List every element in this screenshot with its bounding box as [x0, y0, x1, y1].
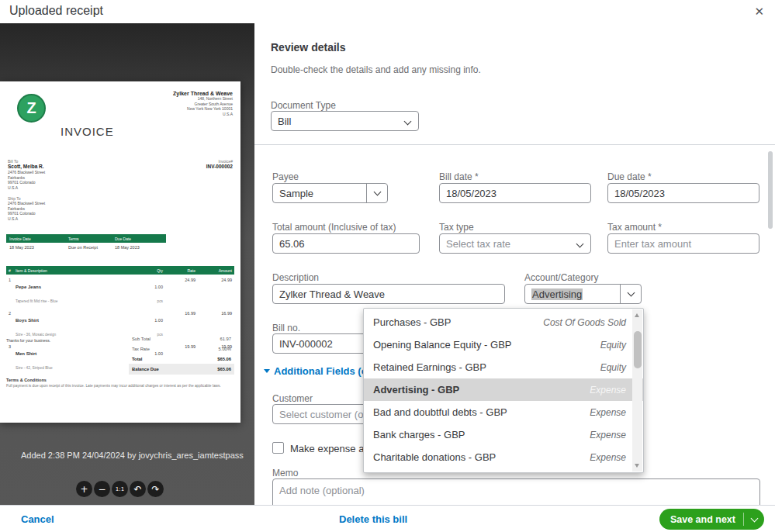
invoice-number-value: INV-000002 — [206, 164, 233, 170]
panel-subheading: Double-check the details and add any mis… — [271, 64, 481, 75]
invoice-totals: Sub Total 61.97 Tax Rate 5.00% Total $65… — [129, 333, 234, 375]
terms-text: Full payment is due upon receipt of this… — [6, 384, 228, 389]
document-type-select[interactable]: Bill — [271, 111, 419, 131]
total-row: Sub Total 61.97 — [129, 333, 234, 344]
ship-to-line: U.S.A — [8, 216, 45, 222]
due-date-input[interactable]: 18/05/2023 — [607, 183, 759, 203]
payee-select[interactable]: Sample — [272, 183, 388, 203]
tax-amount-input[interactable]: Enter tax amount — [607, 233, 759, 254]
company-address-line: U.S.A — [173, 112, 233, 117]
modal-header: Uploaded receipt ✕ — [0, 0, 775, 23]
balance-due-row: Balance Due $65.06 — [129, 364, 234, 375]
cancel-link[interactable]: Cancel — [21, 513, 54, 525]
invoice-terms: Terms & Conditions Full payment is due u… — [6, 378, 228, 389]
bill-no-label: Bill no. — [272, 323, 300, 333]
logo-letter: Z — [26, 99, 36, 117]
account-dropdown-button[interactable] — [620, 285, 641, 303]
bill-date-input[interactable]: 18/05/2023 — [439, 183, 591, 203]
items-header: Item & Description — [16, 268, 140, 273]
modal-footer: Cancel Delete this bill Save and next — [0, 505, 775, 532]
bill-to-name: Scott, Melba R. — [8, 164, 45, 170]
ship-to-line: 2476 Blackwell Street — [8, 201, 45, 206]
total-amount-input[interactable]: 65.06 — [272, 233, 420, 254]
chevron-down-icon — [404, 118, 412, 126]
invoice-number-block: Invoice# INV-000002 — [206, 159, 233, 170]
chevron-down-icon — [373, 188, 381, 196]
section-divider — [254, 144, 775, 145]
tax-amount-label: Tax amount * — [607, 222, 662, 233]
panel-heading: Review details — [271, 41, 346, 54]
description-label: Description — [272, 272, 319, 283]
actual-size-button[interactable]: 1:1 — [112, 481, 128, 497]
dropdown-option[interactable]: Purchases - GBP Cost Of Goods Sold — [364, 311, 643, 333]
invoice-preview-image: Z Zylker Thread & Weave 148, Northern St… — [0, 81, 240, 423]
invoice-company-block: Zylker Thread & Weave 148, Northern Stre… — [173, 91, 233, 116]
bill-to-line: U.S.A — [8, 185, 45, 191]
total-row: Tax Rate 5.00% — [129, 344, 234, 354]
items-header: Rate — [163, 268, 195, 273]
scroll-down-icon[interactable] — [635, 464, 639, 468]
modal-title: Uploaded receipt — [9, 4, 103, 18]
dropdown-option[interactable]: Retained Earnings - GBP Equity — [364, 356, 643, 378]
tax-type-select[interactable]: Select tax rate — [439, 233, 591, 254]
zoom-in-button[interactable]: + — [76, 481, 92, 497]
account-category-dropdown-list: Purchases - GBP Cost Of Goods Sold Openi… — [363, 308, 644, 473]
items-header: Amount — [195, 268, 234, 273]
triangle-down-icon — [264, 369, 270, 373]
added-timestamp: Added 2:38 PM 24/04/2024 by jovychris_ar… — [21, 451, 244, 460]
meta-value: 18 May 2023 — [6, 245, 65, 250]
delete-bill-link[interactable]: Delete this bill — [339, 513, 407, 525]
meta-value: Due on Receipt — [65, 245, 112, 250]
chevron-down-icon — [750, 514, 758, 522]
invoice-ship-to: Ship To 2476 Blackwell Street Fairbanks … — [8, 196, 45, 221]
receipt-preview-panel: Z Zylker Thread & Weave 148, Northern St… — [0, 23, 254, 505]
total-row: Total $65.06 — [129, 354, 234, 364]
rotate-left-button[interactable]: ↶ — [130, 481, 146, 497]
close-icon[interactable]: ✕ — [754, 5, 764, 19]
invoice-meta-table: Invoice Date Terms Due Date 18 May 2023 … — [6, 234, 166, 250]
terms-label: Terms & Conditions — [6, 378, 228, 382]
account-category-label: Account/Category — [524, 272, 598, 283]
dropdown-option[interactable]: Bad and doubtful debts - GBP Expense — [364, 401, 643, 423]
dropdown-scrollbar[interactable] — [632, 309, 642, 472]
document-type-label: Document Type — [271, 100, 336, 111]
form-scrollbar-thumb[interactable] — [768, 151, 773, 229]
dropdown-option[interactable]: Charitable donations - GBP Expense — [364, 446, 643, 468]
uploaded-receipt-modal: Uploaded receipt ✕ Z Zylker Thread & Wea… — [0, 0, 775, 532]
invoice-item-row: 1 Pepe JeansTapered fit Mid rise - Blue … — [6, 275, 234, 308]
review-details-panel: Review details Double-check the details … — [254, 23, 775, 505]
invoice-title: INVOICE — [61, 125, 114, 138]
scroll-up-icon[interactable] — [635, 313, 639, 317]
bill-to-line: 2476 Blackwell Street — [8, 170, 45, 175]
dropdown-option-selected[interactable]: Advertising - GBP Expense — [364, 378, 643, 401]
meta-header: Invoice Date — [6, 237, 65, 241]
memo-label: Memo — [272, 468, 298, 478]
billable-checkbox[interactable] — [272, 442, 284, 454]
dropdown-option[interactable]: Bank charges - GBP Expense — [364, 423, 643, 446]
save-and-next-button[interactable]: Save and next — [659, 509, 764, 530]
due-date-label: Due date * — [607, 171, 652, 182]
company-logo: Z — [17, 94, 46, 123]
chevron-down-icon — [576, 240, 584, 248]
meta-header: Terms — [65, 237, 112, 241]
save-options-dropdown-button[interactable] — [744, 518, 764, 521]
customer-label: Customer — [272, 393, 313, 404]
payee-dropdown-button[interactable] — [366, 184, 387, 202]
preview-zoom-controls: + − 1:1 ↶ ↷ — [76, 481, 164, 497]
account-category-select[interactable]: Advertising — [524, 284, 642, 304]
invoice-thanks: Thanks for your business. — [6, 338, 50, 343]
chevron-down-icon — [627, 289, 635, 297]
invoice-bill-to: Bill To Scott, Melba R. 2476 Blackwell S… — [8, 159, 45, 190]
bill-date-label: Bill date * — [439, 171, 479, 182]
dropdown-option[interactable]: Opening Balance Equity - GBP Equity — [364, 333, 643, 356]
dropdown-scrollbar-thumb[interactable] — [634, 331, 642, 368]
payee-label: Payee — [272, 171, 299, 182]
description-input[interactable]: Zylker Thread & Weave — [272, 284, 505, 304]
items-header: # — [6, 268, 16, 273]
meta-header: Due Date — [112, 237, 166, 241]
invoice-company-name: Zylker Thread & Weave — [173, 91, 233, 96]
tax-type-label: Tax type — [439, 222, 474, 233]
rotate-right-button[interactable]: ↷ — [147, 481, 164, 497]
zoom-out-button[interactable]: − — [94, 481, 110, 497]
items-header: Qty — [140, 268, 163, 273]
